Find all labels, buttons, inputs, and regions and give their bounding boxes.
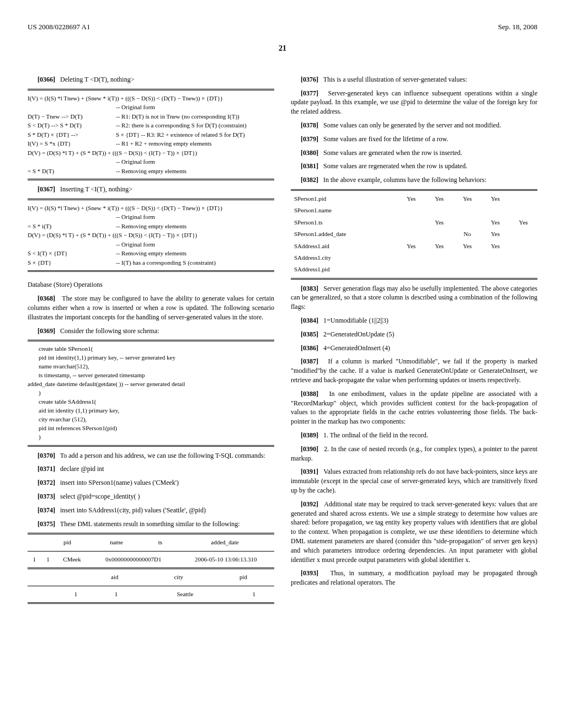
table-row: SAddress1.pid bbox=[291, 264, 537, 275]
table-address: aid city pid bbox=[28, 571, 274, 583]
table-row: SPerson1.added_dateNoYes bbox=[291, 228, 537, 240]
para-0372: [0372] insert into SPerson1(name) values… bbox=[28, 478, 274, 488]
formula-delete: I(V) = (I(S) *l Tnew) + (Snew * i(T)) + … bbox=[28, 94, 274, 176]
para-0392: [0392] Additional state may be required … bbox=[291, 500, 537, 565]
section-db-ops: Database (Store) Operations bbox=[28, 280, 274, 290]
para-0368: [0368] The store may be configured to ha… bbox=[28, 294, 274, 322]
para-0390: [0390] 2. In the case of nested records … bbox=[291, 445, 537, 463]
para-0389: [0389] 1. The ordinal of the field in th… bbox=[291, 431, 537, 440]
doc-date: Sep. 18, 2008 bbox=[498, 22, 538, 32]
formula-insert: I(V) = (I(S) *l Tnew) + (Snew * i(T)) + … bbox=[28, 204, 274, 267]
para-0374: [0374] insert into SAddress1(city, pid) … bbox=[28, 506, 274, 515]
table-row: SAddress1.city bbox=[291, 252, 537, 264]
table-person: pid name ts added_date bbox=[28, 537, 274, 548]
para-0371: [0371] declare @pid int bbox=[28, 464, 274, 474]
para-0381: [0381] Some values are regenerated when … bbox=[291, 162, 537, 171]
para-0367: [0367] Inserting T <I(T), nothing> bbox=[28, 185, 274, 194]
para-0388: [0388] In one embodiment, values in the … bbox=[291, 389, 537, 426]
para-0378: [0378] Some values can only be generated… bbox=[291, 121, 537, 130]
table-row: SPerson1.name bbox=[291, 205, 537, 216]
para-0384: [0384] 1=Unmodifiable (1||2||3) bbox=[291, 316, 537, 325]
table-person-row: 1 1 CMeek 0x00000000000007D1 2006-05-10 … bbox=[28, 554, 274, 565]
para-0393: [0393] Thus, in summary, a modification … bbox=[291, 569, 537, 587]
para-0377: [0377] Server-generated keys can influen… bbox=[291, 89, 537, 116]
table-address-row: 1 1 Seattle 1 bbox=[28, 588, 274, 600]
para-0370: [0370] To add a person and his address, … bbox=[28, 451, 274, 461]
para-0369: [0369] Consider the following store sche… bbox=[28, 326, 274, 336]
code-schema: create table SPerson1( pid int identity(… bbox=[39, 345, 274, 441]
page-number: 21 bbox=[28, 43, 537, 54]
para-0391: [0391] Values extracted from relationshi… bbox=[291, 467, 537, 495]
para-0376: [0376] This is a useful illustration of … bbox=[291, 75, 537, 84]
para-0366: [0366] Deleting T <D(T), nothing> bbox=[28, 75, 274, 84]
para-0380: [0380] Some values are generated when th… bbox=[291, 148, 537, 158]
table-row: SPerson1.pidYesYesYesYes bbox=[291, 193, 537, 205]
table-row: SPerson1.tsYesYesYes bbox=[291, 217, 537, 228]
para-0383: [0383] Server generation flags may also … bbox=[291, 284, 537, 312]
table-behaviors: SPerson1.pidYesYesYesYes SPerson1.name S… bbox=[291, 193, 537, 276]
para-0387: [0387] If a column is marked "Unmodifiab… bbox=[291, 357, 537, 384]
para-0373: [0373] select @pid=scope_identity( ) bbox=[28, 492, 274, 501]
doc-id: US 2008/0228697 A1 bbox=[28, 22, 90, 32]
para-0386: [0386] 4=GeneratedOnInsert (4) bbox=[291, 344, 537, 353]
para-0385: [0385] 2=GeneratedOnUpdate (5) bbox=[291, 330, 537, 339]
para-0379: [0379] Some values are fixed for the lif… bbox=[291, 135, 537, 144]
para-0382: [0382] In the above example, columns hav… bbox=[291, 175, 537, 185]
table-row: SAddress1.aidYesYesYesYes bbox=[291, 240, 537, 252]
para-0375: [0375] These DML statements result in so… bbox=[28, 520, 274, 529]
